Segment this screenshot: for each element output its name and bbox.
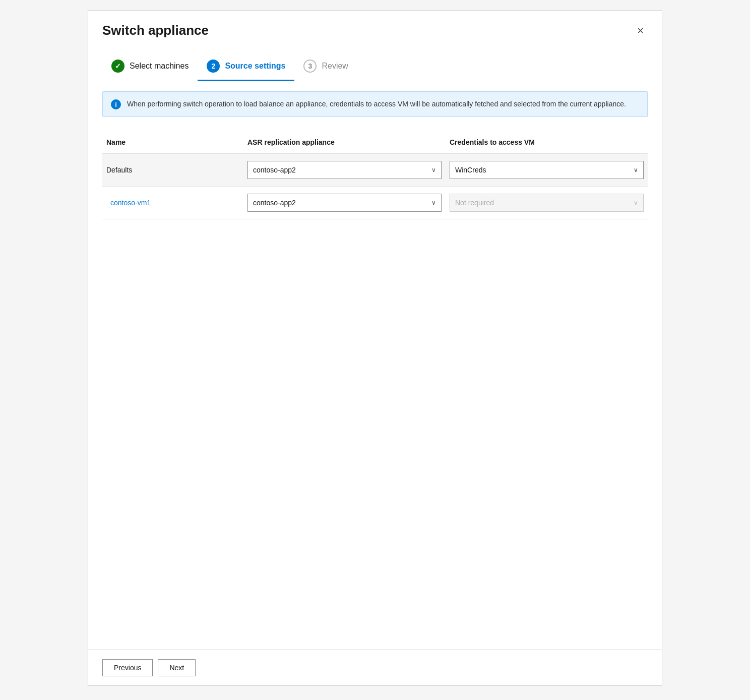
step-select-machines[interactable]: ✓ Select machines bbox=[102, 54, 198, 81]
info-banner: i When performing switch operation to lo… bbox=[102, 91, 648, 117]
step-1-icon: ✓ bbox=[111, 60, 124, 73]
step-2-label: Source settings bbox=[225, 62, 285, 71]
previous-button[interactable]: Previous bbox=[102, 659, 153, 676]
step-review[interactable]: 3 Review bbox=[294, 54, 357, 81]
row-vm1-creds-dropdown: Not required ∨ bbox=[450, 194, 644, 212]
steps-bar: ✓ Select machines 2 Source settings 3 Re… bbox=[88, 46, 662, 81]
step-2-icon: 2 bbox=[207, 60, 220, 73]
row-vm1-name-link[interactable]: contoso-vm1 bbox=[106, 194, 155, 212]
info-icon: i bbox=[111, 99, 121, 109]
step-3-icon: 3 bbox=[303, 60, 317, 73]
row-defaults-creds-cell: WinCreds ∨ bbox=[446, 154, 648, 186]
col-header-credentials: Credentials to access VM bbox=[446, 135, 648, 149]
dialog-header: Switch appliance × bbox=[88, 11, 662, 46]
col-header-name: Name bbox=[102, 135, 243, 149]
table-header: Name ASR replication appliance Credentia… bbox=[102, 131, 648, 154]
step-source-settings[interactable]: 2 Source settings bbox=[198, 54, 294, 81]
step-3-label: Review bbox=[322, 62, 348, 71]
row-defaults-creds-dropdown[interactable]: WinCreds ∨ bbox=[450, 161, 644, 179]
row-defaults-creds-arrow: ∨ bbox=[634, 166, 638, 173]
row-vm1-asr-dropdown[interactable]: contoso-app2 ∨ bbox=[247, 194, 442, 212]
row-defaults-creds-value: WinCreds bbox=[455, 166, 486, 174]
table-row-vm1: contoso-vm1 contoso-app2 ∨ Not required … bbox=[102, 187, 648, 219]
next-button[interactable]: Next bbox=[158, 659, 196, 676]
row-vm1-creds-value: Not required bbox=[455, 199, 494, 207]
row-vm1-name: contoso-vm1 bbox=[102, 194, 243, 212]
table-container: Name ASR replication appliance Credentia… bbox=[102, 131, 648, 219]
row-defaults-asr-cell: contoso-app2 ∨ bbox=[243, 154, 446, 186]
row-defaults-asr-arrow: ∨ bbox=[431, 166, 436, 173]
table-row-defaults: Defaults contoso-app2 ∨ WinCreds ∨ bbox=[102, 154, 648, 187]
row-vm1-asr-arrow: ∨ bbox=[431, 199, 436, 206]
switch-appliance-dialog: Switch appliance × ✓ Select machines 2 S… bbox=[88, 10, 662, 686]
info-text: When performing switch operation to load… bbox=[127, 99, 626, 109]
row-vm1-asr-value: contoso-app2 bbox=[253, 199, 296, 207]
dialog-content: i When performing switch operation to lo… bbox=[88, 81, 662, 650]
row-vm1-creds-arrow: ∨ bbox=[634, 199, 638, 206]
row-vm1-asr-cell: contoso-app2 ∨ bbox=[243, 187, 446, 219]
row-defaults-name: Defaults bbox=[102, 161, 243, 179]
step-1-label: Select machines bbox=[130, 62, 189, 71]
row-defaults-asr-value: contoso-app2 bbox=[253, 166, 296, 174]
col-header-asr: ASR replication appliance bbox=[243, 135, 446, 149]
row-defaults-asr-dropdown[interactable]: contoso-app2 ∨ bbox=[247, 161, 442, 179]
row-vm1-creds-cell: Not required ∨ bbox=[446, 187, 648, 219]
dialog-footer: Previous Next bbox=[88, 650, 662, 685]
close-button[interactable]: × bbox=[633, 23, 648, 38]
dialog-title: Switch appliance bbox=[102, 23, 209, 38]
